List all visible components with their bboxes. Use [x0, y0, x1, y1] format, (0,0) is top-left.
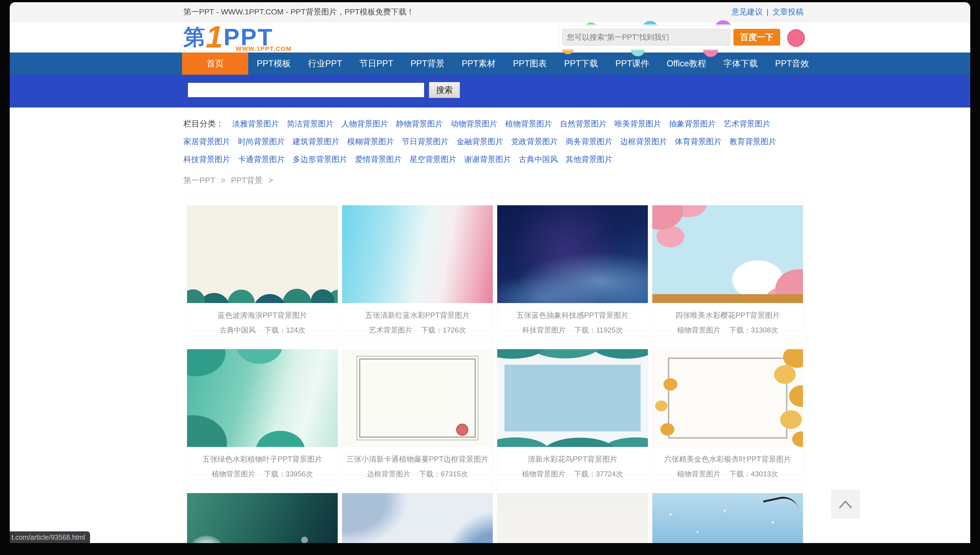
category-link[interactable]: 体育背景图片 — [675, 137, 721, 146]
category-link[interactable]: 自然背景图片 — [560, 119, 606, 128]
card-meta: 植物背景图片 下载：31308次 — [652, 325, 803, 335]
template-card[interactable]: 五张绿色水彩植物叶子PPT背景图片 植物背景图片 下载：33956次 — [187, 336, 338, 475]
card-title[interactable]: 清新水彩花鸟PPT背景图片 — [497, 454, 648, 464]
template-card[interactable]: 三张小清新卡通植物藤蔓PPT边框背景图片 边框背景图片 下载：67315次 — [342, 336, 493, 475]
card-meta: 科技背景图片 下载：11925次 — [497, 325, 648, 335]
nav-item-ppt-courseware[interactable]: PPT课件 — [607, 53, 658, 75]
category-link[interactable]: 商务背景图片 — [566, 137, 612, 146]
card-title[interactable]: 三张小清新卡通植物藤蔓PPT边框背景图片 — [342, 454, 493, 464]
thumbnail-chinese-waves[interactable] — [187, 205, 338, 303]
baidu-search-button[interactable]: 百度一下 — [733, 29, 780, 46]
chevron-up-icon — [838, 499, 853, 510]
card-category-link[interactable]: 艺术背景图片 — [369, 326, 412, 334]
category-link[interactable]: 多边形背景图片 — [293, 155, 347, 164]
template-card[interactable] — [652, 480, 803, 543]
card-category-link[interactable]: 植物背景图片 — [522, 470, 566, 478]
card-downloads: 下载：33956次 — [264, 470, 313, 478]
nav-item-ppt-backgrounds[interactable]: PPT背景 — [402, 53, 453, 75]
card-category-link[interactable]: 植物背景图片 — [677, 470, 720, 478]
nav-item-ppt-materials[interactable]: PPT素材 — [453, 53, 504, 75]
template-card[interactable]: 五张清新红蓝水彩PPT背景图片 艺术背景图片 下载：1726次 — [342, 192, 493, 331]
category-link[interactable]: 抽象背景图片 — [669, 119, 716, 128]
card-title[interactable]: 五张蓝色抽象科技感PPT背景图片 — [497, 310, 648, 320]
back-to-top-button[interactable] — [831, 490, 860, 519]
nav-item-holiday-ppt[interactable]: 节日PPT — [351, 53, 402, 75]
thumbnail-dark-blue-tech-waves[interactable] — [497, 205, 648, 303]
template-card[interactable]: 蓝色波涛海浪PPT背景图片 古典中国风 下载：124次 — [187, 192, 338, 331]
thumbnail-pink-tree-windmill[interactable] — [497, 493, 648, 543]
category-link[interactable]: 人物背景图片 — [341, 119, 388, 128]
nav-item-industry-ppt[interactable]: 行业PPT — [299, 53, 350, 75]
category-link[interactable]: 淡雅背景图片 — [232, 119, 279, 128]
thumbnail-sakura-blossom-sky[interactable] — [652, 205, 803, 303]
template-card[interactable]: 六张精美金色水彩银杏叶PPT背景图片 植物背景图片 下载：43013次 — [652, 336, 803, 475]
breadcrumb-section-link[interactable]: PPT背景 — [231, 176, 263, 185]
card-title[interactable]: 五张清新红蓝水彩PPT背景图片 — [342, 310, 493, 320]
category-link[interactable]: 教育背景图片 — [729, 137, 776, 146]
category-link[interactable]: 艺术背景图片 — [724, 119, 770, 128]
card-title[interactable]: 六张精美金色水彩银杏叶PPT背景图片 — [652, 454, 803, 464]
category-link[interactable]: 卡通背景图片 — [238, 155, 284, 164]
category-link[interactable]: 家居背景图片 — [183, 137, 230, 146]
thumbnail-cyan-pink-watercolor[interactable] — [342, 205, 493, 303]
category-link[interactable]: 节日背景图片 — [402, 137, 448, 146]
category-link[interactable]: 金融背景图片 — [456, 137, 503, 146]
category-link[interactable]: 唯美背景图片 — [615, 119, 661, 128]
card-title[interactable]: 五张绿色水彩植物叶子PPT背景图片 — [187, 454, 338, 464]
site-logo[interactable]: 第 1 PPT WWW.1PPT.COM — [183, 24, 273, 50]
category-link[interactable]: 时尚背景图片 — [238, 137, 284, 146]
category-link[interactable]: 爱情背景图片 — [355, 155, 402, 164]
card-category-link[interactable]: 古典中国风 — [220, 326, 256, 334]
template-card[interactable] — [187, 480, 338, 543]
thumbnail-dandelion-bokeh[interactable] — [187, 493, 338, 543]
card-title[interactable]: 四张唯美水彩樱花PPT背景图片 — [652, 310, 803, 320]
submit-article-link[interactable]: 文章投稿 — [773, 6, 803, 17]
nav-item-ppt-download[interactable]: PPT下载 — [556, 53, 607, 75]
browser-page: 第一PPT - WWW.1PPT.COM - PPT背景图片，PPT模板免费下载… — [10, 2, 970, 543]
thumbnail-winter-snow-forest[interactable] — [652, 493, 803, 543]
category-link[interactable]: 党政背景图片 — [511, 137, 558, 146]
card-category-link[interactable]: 植物背景图片 — [677, 326, 720, 334]
category-link[interactable]: 静物背景图片 — [396, 119, 443, 128]
nav-item-ppt-templates[interactable]: PPT模板 — [248, 53, 299, 75]
thumbnail-light-blue-watercolor[interactable] — [342, 493, 493, 543]
card-title[interactable]: 蓝色波涛海浪PPT背景图片 — [187, 310, 338, 320]
category-link[interactable]: 星空背景图片 — [410, 155, 456, 164]
nav-item-ppt-sound[interactable]: PPT音效 — [766, 53, 818, 75]
category-link[interactable]: 动物背景图片 — [451, 119, 497, 128]
template-card[interactable] — [342, 480, 493, 543]
thumbnail-sketch-vine-frame[interactable] — [342, 349, 493, 447]
thumbnail-flower-bird-panel[interactable] — [497, 349, 648, 447]
category-link[interactable]: 植物背景图片 — [505, 119, 552, 128]
breadcrumb: 第一PPT > PPT背景 > — [183, 175, 970, 186]
nav-item-office-tutorials[interactable]: Office教程 — [658, 53, 715, 75]
thumbnail-golden-ginkgo-frame[interactable] — [652, 349, 803, 447]
template-card[interactable]: 四张唯美水彩樱花PPT背景图片 植物背景图片 下载：31308次 — [652, 192, 803, 331]
card-meta: 植物背景图片 下载：33956次 — [187, 469, 338, 479]
category-link[interactable]: 其他背景图片 — [566, 155, 612, 164]
template-card[interactable]: 清新水彩花鸟PPT背景图片 植物背景图片 下载：37724次 — [497, 336, 648, 475]
nav-item-ppt-charts[interactable]: PPT图表 — [504, 53, 555, 75]
card-category-link[interactable]: 边框背景图片 — [367, 470, 410, 478]
main-nav: 首页 PPT模板 行业PPT 节日PPT PPT背景 PPT素材 PPT图表 P… — [10, 53, 970, 75]
category-link[interactable]: 谢谢背景图片 — [464, 155, 511, 164]
breadcrumb-home-link[interactable]: 第一PPT — [183, 176, 215, 185]
nav-item-font-download[interactable]: 字体下载 — [715, 53, 766, 75]
category-link[interactable]: 边框背景图片 — [620, 137, 667, 146]
category-link[interactable]: 古典中国风 — [519, 155, 558, 164]
template-card[interactable] — [497, 480, 648, 543]
baidu-search-input[interactable] — [562, 29, 730, 46]
card-category-link[interactable]: 科技背景图片 — [522, 326, 566, 334]
category-link[interactable]: 建筑背景图片 — [293, 137, 339, 146]
category-link[interactable]: 科技背景图片 — [183, 155, 230, 164]
thumbnail-teal-watercolor-leaves[interactable] — [187, 349, 338, 447]
card-category-link[interactable]: 植物背景图片 — [212, 470, 255, 478]
category-link[interactable]: 模糊背景图片 — [347, 137, 394, 146]
site-search-input[interactable] — [188, 82, 424, 98]
site-search-button[interactable]: 搜索 — [429, 82, 460, 98]
category-link[interactable]: 简洁背景图片 — [287, 119, 334, 128]
feedback-link[interactable]: 意见建议 — [731, 6, 763, 17]
template-card[interactable]: 五张蓝色抽象科技感PPT背景图片 科技背景图片 下载：11925次 — [497, 192, 648, 331]
nav-item-home[interactable]: 首页 — [182, 53, 248, 75]
logo-domain-text: WWW.1PPT.COM — [236, 45, 292, 53]
